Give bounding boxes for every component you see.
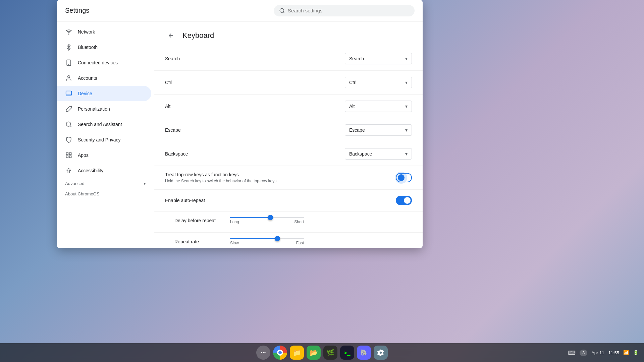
delay-repeat-slider-wrapper: Long Short [230, 217, 412, 224]
sidebar-item-device[interactable]: Device [57, 86, 151, 101]
file-manager-icon[interactable]: 📂 [307, 346, 321, 360]
settings-dock-icon[interactable] [374, 346, 388, 360]
sidebar-item-network[interactable]: Network [57, 24, 151, 40]
search-key-label: Search [165, 56, 345, 61]
apps-icon [65, 152, 72, 159]
back-button[interactable] [165, 29, 177, 42]
search-bar[interactable] [274, 5, 415, 16]
sidebar-item-personalization[interactable]: Personalization [57, 101, 151, 117]
delay-repeat-low-label: Long [230, 220, 239, 224]
taskbar: 📁 📂 🌿 >_ 🐘 ⌨ 3 Apr 11 11:55 📶 🔋 [0, 343, 644, 362]
laptop-icon [65, 90, 72, 97]
advanced-chevron-icon: ▾ [144, 181, 146, 186]
taskbar-date: Apr 11 [591, 350, 604, 355]
alt-key-value: Alt [349, 104, 355, 109]
treat-toprow-label: Treat top-row keys as function keys [165, 172, 396, 177]
sidebar-label-security-privacy: Security and Privacy [78, 137, 121, 142]
search-icon [279, 8, 285, 14]
auto-repeat-toggle-thumb [404, 197, 411, 204]
launcher-button[interactable] [256, 346, 270, 360]
backspace-key-chevron-icon: ▾ [405, 151, 408, 157]
sidebar-item-connected-devices[interactable]: Connected devices [57, 55, 151, 70]
page-title: Keyboard [182, 31, 214, 40]
backspace-key-dropdown[interactable]: Backspace ▾ [345, 148, 412, 160]
bluetooth-icon [65, 44, 72, 51]
sidebar-item-security-privacy[interactable]: Security and Privacy [57, 132, 151, 147]
search-input[interactable] [288, 8, 409, 13]
delay-repeat-row: Delay before repeat Long Short [174, 217, 412, 224]
taskbar-input-icon: ⌨ [568, 350, 576, 356]
chrome-icon[interactable] [273, 346, 287, 360]
ctrl-key-dropdown[interactable]: Ctrl ▾ [345, 77, 412, 88]
svg-rect-6 [66, 91, 72, 95]
treat-toprow-label-container: Treat top-row keys as function keys Hold… [165, 172, 396, 183]
sidebar-item-accounts[interactable]: Accounts [57, 70, 151, 86]
sidebar-item-apps[interactable]: Apps [57, 147, 151, 163]
sidebar-label-network: Network [78, 29, 95, 35]
battery-status-icon: 🔋 [633, 350, 639, 355]
alt-key-row: Alt Alt ▾ [154, 95, 423, 118]
sidebar-label-accessibility: Accessibility [78, 168, 103, 173]
delay-repeat-slider[interactable] [230, 217, 304, 218]
sidebar-item-search-assistant[interactable]: Search and Assistant [57, 117, 151, 132]
brush-icon [65, 105, 72, 113]
alt-key-dropdown[interactable]: Alt ▾ [345, 101, 412, 112]
treat-toprow-toggle-thumb [398, 174, 405, 181]
repeat-rate-slider-wrapper: Slow Fast [230, 238, 412, 245]
advanced-label: Advanced [65, 181, 85, 186]
search-assistant-icon [65, 121, 72, 128]
wifi-status-icon: 📶 [623, 350, 629, 355]
svg-rect-10 [66, 153, 68, 155]
search-key-value: Search [349, 56, 364, 61]
main-content: Network Bluetooth Connected devices [57, 21, 423, 248]
auto-repeat-toggle[interactable] [396, 196, 412, 205]
ctrl-key-label: Ctrl [165, 80, 345, 85]
sidebar-item-accessibility[interactable]: Accessibility [57, 163, 151, 178]
search-key-row: Search Search ▾ [154, 47, 423, 71]
alt-key-label: Alt [165, 104, 345, 109]
alt-key-chevron-icon: ▾ [405, 104, 408, 109]
treat-toprow-row: Treat top-row keys as function keys Hold… [154, 166, 423, 190]
treat-toprow-toggle[interactable] [396, 173, 412, 182]
files-icon[interactable]: 📁 [290, 346, 304, 360]
backspace-key-value: Backspace [349, 151, 372, 157]
sidebar-label-bluetooth: Bluetooth [78, 45, 98, 50]
svg-rect-13 [69, 156, 71, 158]
escape-key-dropdown[interactable]: Escape ▾ [345, 124, 412, 136]
sidebar-label-personalization: Personalization [78, 106, 110, 112]
sidebar-item-bluetooth[interactable]: Bluetooth [57, 40, 151, 55]
taskbar-number-badge: 3 [580, 350, 587, 356]
app1-icon[interactable]: 🌿 [323, 346, 337, 360]
repeat-rate-row: Repeat rate Slow Fast [174, 238, 412, 245]
svg-line-9 [70, 126, 71, 127]
terminal-icon[interactable]: >_ [340, 346, 354, 360]
about-chromeos-section[interactable]: About ChromeOS [57, 189, 154, 199]
svg-line-1 [283, 12, 284, 13]
svg-point-14 [68, 168, 69, 169]
repeat-rate-slider[interactable] [230, 238, 304, 239]
sidebar-label-search-assistant: Search and Assistant [78, 122, 122, 127]
auto-repeat-row: Enable auto-repeat [154, 190, 423, 212]
delay-repeat-label: Delay before repeat [174, 218, 225, 223]
content-panel: Keyboard Search Search ▾ Ctrl Ctrl ▾ [154, 21, 423, 248]
auto-repeat-toggle-track [396, 196, 412, 205]
accessibility-icon [65, 167, 72, 174]
delay-repeat-section: Delay before repeat Long Short [154, 212, 423, 233]
sidebar-label-connected-devices: Connected devices [78, 60, 118, 65]
ctrl-key-value: Ctrl [349, 80, 357, 85]
repeat-rate-section: Repeat rate Slow Fast [154, 233, 423, 248]
svg-point-18 [261, 352, 262, 353]
svg-rect-12 [66, 156, 68, 158]
repeat-rate-ends: Slow Fast [230, 241, 304, 245]
shield-icon [65, 136, 72, 143]
advanced-section[interactable]: Advanced ▾ [57, 178, 154, 189]
search-key-dropdown[interactable]: Search ▾ [345, 53, 412, 64]
mastodon-icon[interactable]: 🐘 [357, 346, 371, 360]
delay-repeat-ends: Long Short [230, 220, 304, 224]
svg-point-19 [265, 352, 265, 353]
treat-toprow-toggle-track [396, 173, 412, 182]
repeat-rate-label: Repeat rate [174, 239, 225, 244]
page-header: Keyboard [154, 21, 423, 47]
svg-point-5 [68, 76, 70, 78]
svg-point-8 [66, 122, 71, 126]
